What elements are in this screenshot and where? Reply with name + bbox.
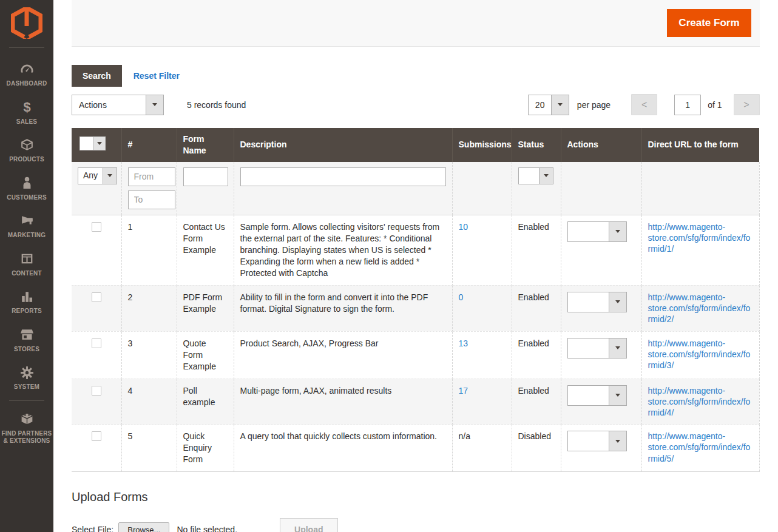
per-page-value: 20: [529, 95, 552, 115]
sidebar: DASHBOARD $ SALES PRODUCTS CUSTOMERS MAR…: [0, 0, 53, 532]
select-file-label: Select File:: [72, 525, 113, 532]
svg-text:$: $: [23, 99, 30, 115]
chevron-down-icon: [609, 431, 626, 451]
number-to-filter-input[interactable]: [128, 190, 175, 209]
number-from-filter-input[interactable]: [128, 167, 175, 186]
column-header-direct-url: Direct URL to the form: [641, 128, 759, 162]
row-actions-dropdown[interactable]: [567, 385, 627, 406]
submissions-link[interactable]: 17: [459, 386, 468, 396]
form-url-link[interactable]: http://www.magento-store.com/sfg/form/in…: [648, 431, 753, 464]
content-icon: [19, 251, 35, 267]
status-filter-value: [519, 168, 539, 184]
sidebar-item-label: PRODUCTS: [9, 156, 44, 164]
sidebar-item-label: SALES: [16, 118, 37, 126]
sidebar-item-stores[interactable]: STORES: [0, 321, 53, 359]
page-total-label: of 1: [708, 100, 722, 110]
actions-dropdown[interactable]: Actions: [72, 95, 164, 115]
table-row: 3 Quote Form Example Product Search, AJA…: [72, 331, 759, 379]
chevron-down-icon: [103, 168, 117, 184]
row-actions-value: [568, 292, 609, 312]
form-description: Sample form. Allows collecting visitors'…: [234, 215, 452, 285]
table-row: 5 Quick Enquiry Form A query tool that q…: [72, 425, 759, 472]
row-checkbox[interactable]: [92, 292, 101, 302]
row-number: 2: [121, 285, 177, 331]
sidebar-divider: [9, 47, 44, 48]
search-button[interactable]: Search: [72, 65, 122, 87]
row-actions-value: [568, 386, 609, 405]
mass-select-filter-value: Any: [78, 168, 103, 184]
form-description: Product Search, AJAX, Progress Bar: [234, 331, 452, 379]
row-checkbox[interactable]: [92, 386, 101, 396]
row-checkbox[interactable]: [92, 222, 101, 232]
select-all-control[interactable]: [79, 136, 106, 150]
sidebar-item-reports[interactable]: REPORTS: [0, 283, 53, 321]
table-row: 4 Poll example Multi-page form, AJAX, an…: [72, 379, 759, 425]
sidebar-item-label: REPORTS: [12, 308, 42, 315]
sidebar-item-label: SYSTEM: [14, 383, 39, 391]
sidebar-item-dashboard[interactable]: DASHBOARD: [0, 55, 53, 93]
magento-logo-icon[interactable]: [0, 6, 53, 45]
per-page-dropdown[interactable]: 20: [528, 95, 569, 115]
sidebar-item-label: STORES: [14, 346, 39, 354]
sidebar-item-products[interactable]: PRODUCTS: [0, 131, 53, 169]
status-text: Disabled: [512, 425, 561, 472]
form-url-link[interactable]: http://www.magento-store.com/sfg/form/in…: [648, 385, 753, 419]
row-actions-dropdown[interactable]: [567, 221, 627, 242]
submissions-link[interactable]: 10: [459, 222, 468, 232]
description-filter-input[interactable]: [240, 167, 446, 186]
sidebar-item-label: FIND PARTNERS & EXTENSIONS: [1, 430, 52, 445]
upload-forms-section: Select File: Browse... No file selected.…: [72, 518, 760, 532]
form-url-link[interactable]: http://www.magento-store.com/sfg/form/in…: [648, 338, 753, 371]
status-text: Enabled: [512, 285, 561, 331]
sidebar-item-find-partners[interactable]: FIND PARTNERS & EXTENSIONS: [0, 405, 53, 451]
select-all-chevron-down-icon[interactable]: [93, 137, 105, 150]
page-header: Create Form: [72, 0, 760, 47]
sidebar-item-system[interactable]: SYSTEM: [0, 359, 53, 397]
customers-icon: [19, 175, 35, 191]
create-form-button[interactable]: Create Form: [667, 9, 751, 37]
dashboard-icon: [19, 61, 35, 77]
reset-filter-link[interactable]: Reset Filter: [134, 71, 180, 81]
form-name-filter-input[interactable]: [183, 167, 228, 186]
system-icon: [19, 365, 35, 380]
form-description: A query tool that quickly collects custo…: [234, 425, 452, 472]
upload-button[interactable]: Upload: [280, 518, 337, 532]
reports-icon: [19, 289, 35, 305]
form-name: Contact Us Form Example: [177, 215, 234, 285]
status-text: Enabled: [512, 331, 561, 379]
sidebar-item-label: DASHBOARD: [7, 80, 47, 88]
chevron-down-icon: [551, 95, 568, 115]
select-all-checkbox[interactable]: [80, 137, 93, 150]
browse-button[interactable]: Browse...: [118, 522, 169, 532]
row-checkbox[interactable]: [92, 431, 101, 441]
column-header-status: Status: [512, 128, 561, 162]
form-name: Poll example: [177, 379, 234, 425]
chevron-down-icon: [539, 168, 553, 184]
row-number: 4: [121, 379, 177, 425]
next-page-button[interactable]: >: [734, 94, 760, 115]
sidebar-item-marketing[interactable]: MARKETING: [0, 207, 53, 245]
page-number-input[interactable]: [674, 95, 701, 115]
row-actions-dropdown[interactable]: [567, 292, 627, 312]
mass-select-filter-dropdown[interactable]: Any: [78, 167, 117, 184]
chevron-down-icon: [609, 338, 626, 358]
status-filter-dropdown[interactable]: [518, 167, 553, 184]
row-actions-value: [568, 222, 609, 241]
row-checkbox[interactable]: [92, 338, 101, 348]
submissions-link[interactable]: 0: [459, 292, 464, 302]
form-url-link[interactable]: http://www.magento-store.com/sfg/form/in…: [648, 221, 753, 255]
table-body: Any: [72, 162, 759, 472]
row-actions-value: [568, 431, 609, 451]
submissions-link: n/a: [459, 431, 470, 441]
previous-page-button[interactable]: <: [631, 94, 657, 115]
sidebar-item-customers[interactable]: CUSTOMERS: [0, 169, 53, 207]
submissions-link[interactable]: 13: [459, 338, 468, 348]
column-header-form-name: Form Name: [177, 128, 234, 162]
form-name: PDF Form Example: [177, 285, 234, 331]
sidebar-item-label: CONTENT: [12, 270, 42, 278]
form-url-link[interactable]: http://www.magento-store.com/sfg/form/in…: [648, 292, 753, 325]
sidebar-item-content[interactable]: CONTENT: [0, 245, 53, 283]
sidebar-item-sales[interactable]: $ SALES: [0, 93, 53, 132]
row-actions-dropdown[interactable]: [567, 431, 627, 451]
row-actions-dropdown[interactable]: [567, 338, 627, 359]
